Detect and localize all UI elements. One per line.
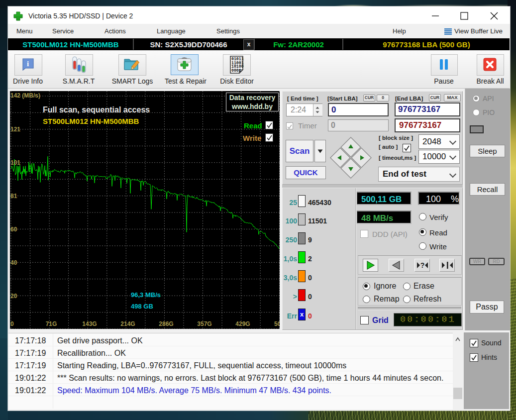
svg-text:0001: 0001: [231, 68, 241, 73]
svg-text:40: 40: [10, 259, 17, 266]
svg-text:429G: 429G: [235, 320, 250, 327]
svg-text:143G: 143G: [82, 320, 97, 327]
svg-text:?: ?: [420, 261, 425, 269]
svg-text:50: 50: [274, 320, 280, 327]
svg-text:121: 121: [10, 126, 20, 133]
svg-text:60: 60: [10, 226, 17, 233]
svg-text:71G: 71G: [46, 320, 57, 327]
svg-text:20: 20: [10, 293, 17, 300]
svg-text:101: 101: [10, 159, 20, 166]
svg-text:214G: 214G: [120, 320, 135, 327]
svg-text:81: 81: [10, 193, 17, 200]
svg-text:i: i: [27, 60, 29, 68]
svg-text:0: 0: [10, 320, 14, 327]
svg-text:286G: 286G: [159, 320, 173, 327]
svg-text:357G: 357G: [197, 320, 211, 327]
svg-text:142 (MB/s): 142 (MB/s): [10, 92, 40, 99]
